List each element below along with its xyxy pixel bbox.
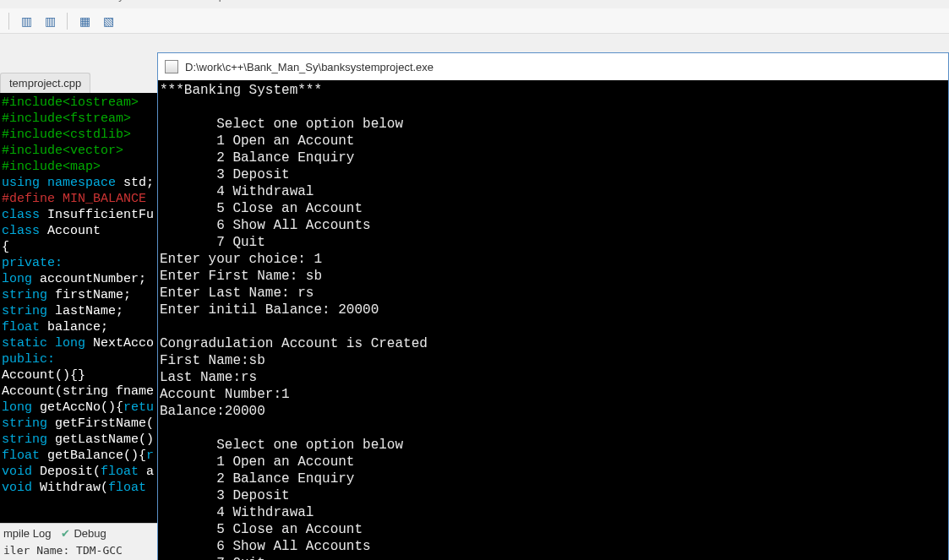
code-token: string: [2, 288, 47, 302]
toolbar-separator: [67, 13, 68, 30]
console-output[interactable]: ***Banking System*** Select one option b…: [158, 80, 948, 560]
code-line: Account(){}: [2, 368, 85, 383]
code-token: float: [108, 481, 146, 495]
console-app-icon: [165, 60, 178, 73]
code-token: float: [101, 465, 139, 479]
code-token: firstName;: [55, 288, 131, 302]
toolbar: ▥ ▥ ▦ ▧: [0, 8, 949, 34]
code-line: #include<cstdlib>: [2, 128, 131, 142]
tab-compile-log[interactable]: mpile Log: [3, 527, 51, 540]
code-token: lastName;: [55, 304, 123, 318]
code-token: Withdraw(: [40, 481, 108, 495]
menu-window[interactable]: Window: [148, 0, 187, 2]
code-token: class: [2, 224, 40, 238]
source-code-editor[interactable]: #include<iostream> #include<fstream> #in…: [0, 93, 157, 523]
code-token: float: [2, 449, 40, 463]
menu-astyle[interactable]: AStyle: [101, 0, 133, 2]
code-token: long: [2, 400, 32, 415]
code-token: long: [55, 336, 85, 351]
code-token: class: [2, 208, 40, 222]
code-token: void: [2, 481, 32, 495]
toolbar-separator: [8, 13, 9, 30]
code-token: string: [2, 432, 47, 447]
rebuild-icon[interactable]: ▧: [98, 12, 118, 30]
bottom-panel: mpile Log ✔Debug iler Name: TDM-GCC: [0, 523, 157, 560]
code-token: balance;: [47, 320, 108, 334]
code-line: {: [2, 240, 9, 254]
console-titlebar[interactable]: D:\work\c++\Bank_Man_Sy\banksystemprojec…: [158, 53, 948, 80]
run-icon[interactable]: ▥: [40, 12, 60, 30]
menubar: Execute Tools AStyle Window Help: [0, 0, 949, 8]
menu-execute[interactable]: Execute: [5, 0, 45, 2]
code-token: Account: [47, 224, 101, 238]
compiler-name-line: iler Name: TDM-GCC: [0, 542, 157, 558]
code-token: std: [123, 176, 146, 190]
file-tab[interactable]: temproject.cpp: [0, 73, 90, 93]
code-token: static: [2, 336, 47, 351]
code-token: namespace: [47, 176, 116, 190]
compile-icon[interactable]: ▥: [16, 12, 36, 30]
code-token: void: [2, 465, 32, 479]
code-line: #include<map>: [2, 160, 101, 174]
code-token: float: [2, 320, 40, 334]
console-window: D:\work\c++\Bank_Man_Sy\banksystemprojec…: [157, 52, 949, 560]
code-token: getBalance(){: [47, 449, 146, 463]
code-token: getAccNo(){: [40, 400, 123, 415]
code-token: getFirstName(: [55, 416, 154, 431]
code-line: #include<vector>: [2, 144, 123, 158]
code-token: getLastName(): [55, 432, 154, 447]
code-token: long: [2, 272, 32, 286]
code-token: InsufficientFu: [47, 208, 154, 222]
code-token: using: [2, 176, 40, 190]
code-token: r: [146, 449, 154, 463]
code-line: Account(string fname: [2, 384, 154, 399]
menu-tools[interactable]: Tools: [60, 0, 85, 2]
code-token: Deposit(: [40, 465, 101, 479]
code-line: public:: [2, 352, 55, 367]
code-line: #define MIN_BALANCE: [2, 192, 154, 206]
code-line: #include<fstream>: [2, 111, 131, 126]
compile-run-icon[interactable]: ▦: [74, 12, 95, 30]
code-token: NextAcco: [93, 336, 154, 351]
code-line: private:: [2, 256, 63, 270]
code-token: accountNumber;: [40, 272, 146, 286]
menu-help[interactable]: Help: [202, 0, 225, 2]
console-title-text: D:\work\c++\Bank_Man_Sy\banksystemprojec…: [185, 61, 434, 73]
code-token: string: [2, 416, 47, 431]
code-token: string: [2, 304, 47, 318]
code-line: #include<iostream>: [2, 95, 139, 110]
check-icon: ✔: [61, 527, 70, 540]
editor-pane: temproject.cpp #include<iostream> #inclu…: [0, 34, 157, 560]
code-token: a: [139, 465, 154, 479]
code-token: ;: [146, 176, 154, 190]
editor-tabbar: temproject.cpp: [0, 34, 157, 93]
code-token: retu: [123, 400, 154, 415]
tab-debug[interactable]: ✔Debug: [61, 527, 106, 540]
code-token: [146, 481, 154, 495]
